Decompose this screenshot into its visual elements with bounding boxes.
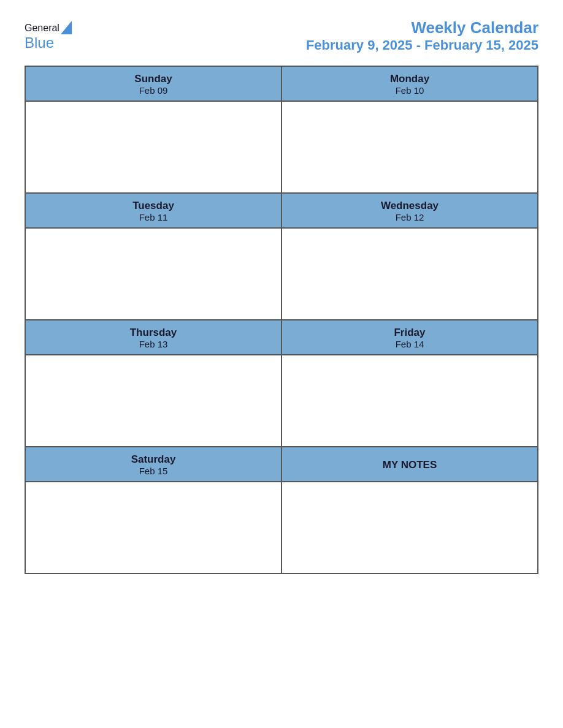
monday-header: Monday Feb 10 bbox=[282, 66, 538, 101]
friday-name: Friday bbox=[285, 327, 534, 339]
friday-header: Friday Feb 14 bbox=[282, 320, 538, 355]
monday-date: Feb 10 bbox=[285, 85, 534, 96]
calendar-header-row-1: Sunday Feb 09 Monday Feb 10 bbox=[25, 66, 538, 101]
thursday-date: Feb 13 bbox=[29, 339, 278, 349]
thursday-header: Thursday Feb 13 bbox=[25, 320, 282, 355]
friday-body[interactable] bbox=[282, 355, 538, 447]
friday-date: Feb 14 bbox=[285, 339, 534, 349]
monday-body[interactable] bbox=[282, 101, 538, 193]
calendar-grid: Sunday Feb 09 Monday Feb 10 Tuesday Feb … bbox=[25, 66, 538, 574]
my-notes-header: MY NOTES bbox=[282, 447, 538, 482]
sunday-body[interactable] bbox=[25, 101, 282, 193]
sunday-header: Sunday Feb 09 bbox=[25, 66, 282, 101]
my-notes-label: MY NOTES bbox=[383, 459, 437, 471]
monday-name: Monday bbox=[285, 73, 534, 85]
sunday-date: Feb 09 bbox=[29, 85, 278, 96]
saturday-date: Feb 15 bbox=[29, 466, 278, 476]
calendar-subtitle: February 9, 2025 - February 15, 2025 bbox=[306, 37, 538, 53]
notes-body[interactable] bbox=[282, 482, 538, 574]
logo-text-general: General bbox=[25, 23, 59, 34]
calendar-body-row-3 bbox=[25, 355, 538, 447]
saturday-header: Saturday Feb 15 bbox=[25, 447, 282, 482]
logo: General Blue bbox=[25, 21, 73, 51]
saturday-body[interactable] bbox=[25, 482, 282, 574]
logo-text-blue: Blue bbox=[25, 34, 54, 51]
calendar-body-row-1 bbox=[25, 101, 538, 193]
calendar-body-row-2 bbox=[25, 228, 538, 320]
wednesday-body[interactable] bbox=[282, 228, 538, 320]
page-header: General Blue Weekly Calendar February 9,… bbox=[25, 18, 538, 53]
thursday-body[interactable] bbox=[25, 355, 282, 447]
calendar-title: Weekly Calendar bbox=[306, 18, 538, 37]
tuesday-name: Tuesday bbox=[29, 200, 278, 212]
logo-triangle-icon bbox=[61, 21, 72, 34]
wednesday-date: Feb 12 bbox=[285, 212, 534, 222]
calendar-body-row-4 bbox=[25, 482, 538, 574]
calendar-header-row-3: Thursday Feb 13 Friday Feb 14 bbox=[25, 320, 538, 355]
wednesday-header: Wednesday Feb 12 bbox=[282, 193, 538, 228]
calendar-header-row-4: Saturday Feb 15 MY NOTES bbox=[25, 447, 538, 482]
sunday-name: Sunday bbox=[29, 73, 278, 85]
saturday-name: Saturday bbox=[29, 453, 278, 466]
wednesday-name: Wednesday bbox=[285, 200, 534, 212]
tuesday-header: Tuesday Feb 11 bbox=[25, 193, 282, 228]
thursday-name: Thursday bbox=[29, 327, 278, 339]
tuesday-date: Feb 11 bbox=[29, 212, 278, 222]
tuesday-body[interactable] bbox=[25, 228, 282, 320]
calendar-header-row-2: Tuesday Feb 11 Wednesday Feb 12 bbox=[25, 193, 538, 228]
calendar-title-block: Weekly Calendar February 9, 2025 - Febru… bbox=[306, 18, 538, 53]
